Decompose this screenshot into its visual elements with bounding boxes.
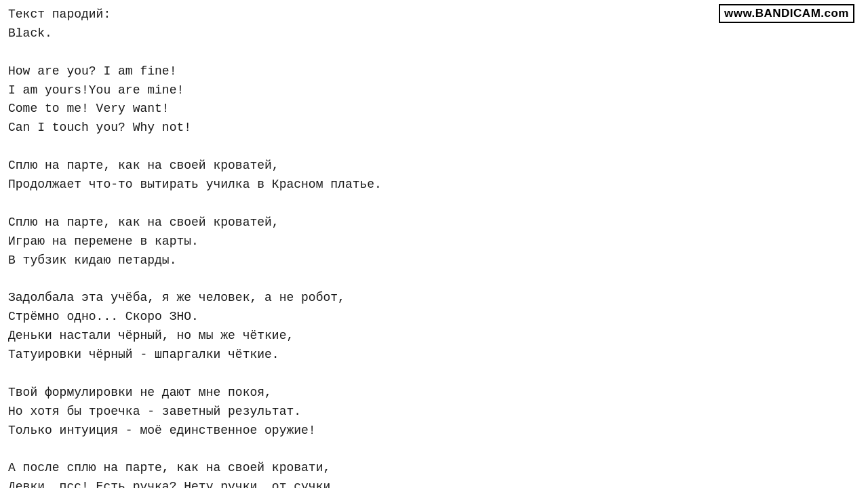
text-line: I am yours!You are mine!: [8, 81, 860, 100]
text-line: В тубзик кидаю петарды.: [8, 251, 860, 270]
blank-line: [8, 138, 860, 157]
blank-line: [8, 195, 860, 214]
text-line: Но хотя бы троечка - заветный результат.: [8, 403, 860, 422]
text-line: Играю на перемене в карты.: [8, 232, 860, 251]
blank-line: [8, 440, 860, 459]
text-line: Деньки настали чёрный, но мы же чёткие,: [8, 327, 860, 346]
text-line: Только интуиция - моё единственное оружи…: [8, 422, 860, 441]
text-line: А после сплю на парте, как на своей кров…: [8, 459, 860, 478]
text-line: Come to me! Very want!: [8, 100, 860, 119]
text-line: Сплю на парте, как на своей кроватей,: [8, 157, 860, 176]
text-line: Can I touch you? Why not!: [8, 119, 860, 138]
text-line: How are you? I am fine!: [8, 62, 860, 81]
text-line: Black.: [8, 24, 860, 43]
watermark-text: www.BANDICAM.com: [724, 7, 849, 20]
text-line: Продолжает что-то вытирать училка в Крас…: [8, 176, 860, 195]
text-line: Девки, псс! Есть ручка? Нету ручки, от с…: [8, 478, 860, 488]
text-line: Твой формулировки не дают мне покоя,: [8, 384, 860, 403]
main-content: Текст пародий:Black.How are you? I am fi…: [0, 0, 868, 488]
lyrics-block: Текст пародий:Black.How are you? I am fi…: [8, 5, 860, 488]
blank-line: [8, 365, 860, 384]
watermark: www.BANDICAM.com: [719, 4, 854, 23]
text-line: Задолбала эта учёба, я же человек, а не …: [8, 289, 860, 308]
text-line: Сплю на парте, как на своей кроватей,: [8, 214, 860, 232]
text-line: Стрёмно одно... Скоро ЗНО.: [8, 308, 860, 327]
text-line: Татуировки чёрный - шпаргалки чёткие.: [8, 346, 860, 365]
blank-line: [8, 270, 860, 289]
blank-line: [8, 43, 860, 62]
